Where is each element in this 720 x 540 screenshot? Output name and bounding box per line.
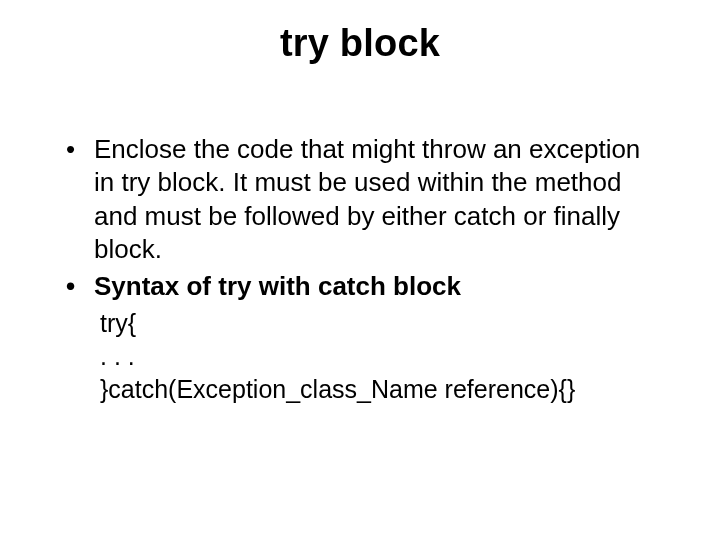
- code-line: . . .: [100, 340, 660, 373]
- bullet-text: Enclose the code that might throw an exc…: [94, 134, 640, 264]
- bullet-text: Syntax of try with catch block: [94, 271, 461, 301]
- bullet-list: Enclose the code that might throw an exc…: [60, 133, 660, 303]
- code-line: }catch(Exception_class_Name reference){}: [100, 373, 660, 406]
- bullet-item: Enclose the code that might throw an exc…: [94, 133, 660, 266]
- code-line: try{: [100, 307, 660, 340]
- bullet-item: Syntax of try with catch block: [94, 270, 660, 303]
- slide: try block Enclose the code that might th…: [0, 0, 720, 540]
- slide-title: try block: [60, 22, 660, 65]
- code-block: try{ . . . }catch(Exception_class_Name r…: [60, 307, 660, 406]
